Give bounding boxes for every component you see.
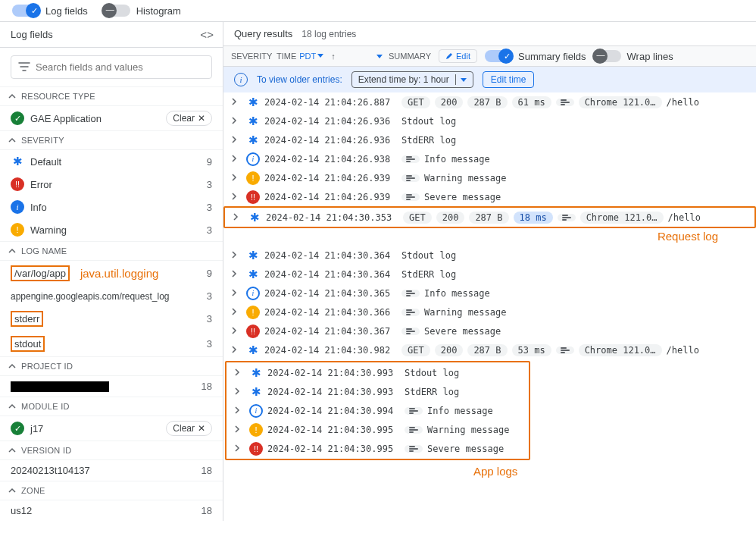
project-id-header[interactable]: PROJECT ID	[0, 356, 223, 376]
log-row[interactable]: ✱2024-02-14 21:04:30.364StdERR log	[223, 265, 756, 284]
chevron-right-icon[interactable]	[233, 212, 243, 223]
chevron-right-icon[interactable]	[234, 406, 245, 416]
log-fields-toggle[interactable]: ✓	[12, 5, 39, 17]
resource-gae-row[interactable]: ✓ GAE Application Clear ✕	[0, 106, 223, 130]
log-message: Severe message	[427, 444, 504, 454]
log-row[interactable]: ✱2024-02-14 21:04:26.936StdERR log	[223, 130, 756, 149]
severity-header[interactable]: SEVERITY	[0, 130, 223, 150]
chevron-up-icon	[8, 446, 17, 455]
chevron-right-icon[interactable]	[231, 288, 242, 299]
query-results-panel: Query results 18 log entries SEVERITY TI…	[223, 22, 756, 521]
resource-type-header[interactable]: RESOURCE TYPE	[0, 86, 223, 106]
severity-info[interactable]: i Info 3	[0, 196, 223, 218]
resource-name: GAE Application	[30, 113, 102, 124]
log-message: Stdout log	[405, 368, 459, 378]
log-name-request-log[interactable]: appengine.googleapis.com/request_log 3	[0, 286, 223, 306]
lines-icon	[405, 445, 423, 453]
log-message: StdERR log	[401, 135, 456, 146]
caret-down-icon[interactable]	[376, 55, 383, 59]
zone-header[interactable]: ZONE	[0, 481, 223, 500]
log-row[interactable]: ✱2024-02-14 21:04:26.936Stdout log	[223, 111, 756, 130]
log-name-stdout[interactable]: stdout 3	[0, 331, 223, 356]
info-icon: i	[11, 200, 24, 214]
warning-icon: !	[11, 223, 24, 237]
chevron-right-icon[interactable]	[231, 192, 242, 202]
lines-icon	[401, 193, 420, 201]
timestamp: 2024-02-14 21:04:30.364	[264, 250, 397, 261]
log-row[interactable]: !!2024-02-14 21:04:30.367Severe message	[223, 321, 756, 340]
log-message: StdERR log	[401, 269, 456, 280]
edit-summary-button[interactable]: Edit	[439, 49, 477, 63]
project-id-row[interactable]: 18	[0, 376, 223, 397]
edit-time-button[interactable]: Edit time	[483, 71, 535, 88]
log-row[interactable]: ✱2024-02-14 21:04:30.364Stdout log	[223, 246, 756, 265]
chevron-right-icon[interactable]	[234, 387, 245, 397]
col-time: TIME PDT ↑	[276, 52, 383, 61]
annotation-group: ✱2024-02-14 21:04:30.993Stdout log✱2024-…	[225, 361, 530, 460]
timestamp: 2024-02-14 21:04:26.938	[264, 154, 397, 165]
log-row[interactable]: i2024-02-14 21:04:30.365Info message	[223, 284, 756, 303]
log-name-stderr[interactable]: stderr 3	[0, 306, 223, 331]
timezone-select[interactable]: PDT	[299, 52, 323, 61]
severity-error[interactable]: !! Error 3	[0, 173, 223, 196]
chevron-right-icon[interactable]	[231, 250, 242, 261]
log-row[interactable]: !2024-02-14 21:04:30.995Warning message	[226, 420, 529, 439]
chevron-right-icon[interactable]	[231, 97, 242, 108]
log-row[interactable]: i2024-02-14 21:04:26.938Info message	[223, 149, 756, 168]
chevron-right-icon[interactable]	[231, 154, 242, 165]
version-id-header[interactable]: VERSION ID	[0, 441, 223, 460]
version-id-row[interactable]: 20240213t104137 18	[0, 460, 223, 481]
log-message: Stdout log	[401, 250, 456, 261]
table-header: SEVERITY TIME PDT ↑ SUMMARY Edit ✓ Summa…	[223, 46, 756, 67]
summary-fields-toggle[interactable]: ✓	[485, 50, 512, 62]
chevron-right-icon[interactable]	[231, 307, 242, 318]
chevron-right-icon[interactable]	[231, 173, 242, 183]
module-id-header[interactable]: MODULE ID	[0, 397, 223, 416]
zone-row[interactable]: us12 18	[0, 500, 223, 521]
severity-warning[interactable]: ! Warning 3	[0, 218, 223, 241]
user-agent: Chrome 121.0…	[579, 344, 662, 356]
wrap-lines-toggle[interactable]: —	[594, 50, 621, 62]
clear-module-chip[interactable]: Clear ✕	[166, 421, 212, 436]
chevron-right-icon[interactable]	[231, 269, 242, 280]
chevron-right-icon[interactable]	[234, 444, 245, 454]
timestamp: 2024-02-14 21:04:26.936	[264, 135, 397, 146]
chevron-right-icon[interactable]	[231, 345, 242, 356]
timestamp: 2024-02-14 21:04:30.995	[267, 444, 400, 454]
summary-fields-toggle-group: ✓ Summary fields	[485, 50, 586, 62]
latency: 18 ms	[514, 212, 553, 224]
log-message: Warning message	[424, 307, 506, 318]
log-row[interactable]: ✱2024-02-14 21:04:30.982GET200287 B53 ms…	[223, 340, 756, 359]
log-row[interactable]: !2024-02-14 21:04:26.939Warning message	[223, 168, 756, 187]
clear-resource-chip[interactable]: Clear ✕	[166, 111, 212, 126]
log-row[interactable]: !!2024-02-14 21:04:26.939Severe message	[223, 187, 756, 206]
sort-asc-icon[interactable]: ↑	[331, 52, 336, 61]
log-row[interactable]: !2024-02-14 21:04:30.366Warning message	[223, 303, 756, 321]
query-results-header: Query results 18 log entries	[223, 22, 756, 46]
log-fields-toggle-group: ✓ Log fields	[12, 5, 88, 17]
search-input[interactable]	[11, 55, 212, 79]
chevron-right-icon[interactable]	[234, 368, 245, 378]
http-status: 200	[435, 96, 464, 108]
expand-collapse-icon[interactable]: < >	[200, 28, 212, 41]
extend-time-button[interactable]: Extend time by: 1 hour	[351, 71, 473, 88]
log-row[interactable]: !!2024-02-14 21:04:30.995Severe message	[226, 439, 529, 458]
default-icon: ✱	[246, 114, 260, 128]
log-row[interactable]: i2024-02-14 21:04:30.994Info message	[226, 401, 529, 420]
log-row[interactable]: ✱2024-02-14 21:04:30.993StdERR log	[226, 382, 529, 401]
older-text: To view older entries:	[257, 74, 342, 85]
chevron-right-icon[interactable]	[231, 116, 242, 127]
lines-icon	[556, 346, 574, 354]
log-row[interactable]: ✱2024-02-14 21:04:26.887GET200287 B61 ms…	[223, 92, 756, 111]
log-row[interactable]: ✱2024-02-14 21:04:30.353GET200287 B18 ms…	[225, 208, 754, 227]
severity-default[interactable]: ✱ Default 9	[0, 150, 223, 173]
chevron-right-icon[interactable]	[231, 135, 242, 146]
log-row[interactable]: ✱2024-02-14 21:04:30.993Stdout log	[226, 363, 529, 382]
chevron-right-icon[interactable]	[231, 326, 242, 337]
log-name-var-log-app[interactable]: /var/log/app java.util.logging 9	[0, 261, 223, 286]
module-id-row[interactable]: ✓ j17 Clear ✕	[0, 416, 223, 441]
log-message: Warning message	[427, 425, 509, 435]
histogram-toggle[interactable]: —	[103, 5, 130, 17]
log-name-header[interactable]: LOG NAME	[0, 241, 223, 261]
chevron-right-icon[interactable]	[234, 425, 245, 435]
